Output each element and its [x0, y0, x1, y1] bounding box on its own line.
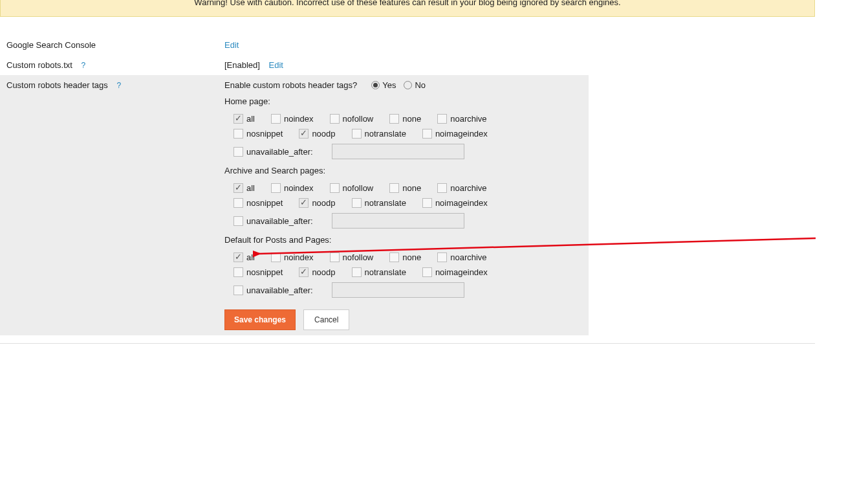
- posts-heading: Default for Posts and Pages:: [224, 235, 589, 245]
- robots-txt-edit-link[interactable]: Edit: [269, 60, 283, 70]
- lbl-home-noarchive: noarchive: [450, 114, 486, 124]
- posts-row2: nosnippet noodp notranslate noimageindex: [233, 267, 589, 277]
- lbl-archive-nofollow: nofollow: [343, 183, 374, 193]
- lbl-archive-noodp: noodp: [312, 198, 335, 208]
- chk-archive-noimageindex[interactable]: [422, 198, 432, 208]
- warning-banner: Warning! Use with caution. Incorrect use…: [0, 0, 815, 17]
- lbl-home-noimageindex: noimageindex: [435, 129, 488, 139]
- chk-archive-noodp[interactable]: [299, 198, 309, 208]
- chk-archive-all[interactable]: [233, 183, 243, 193]
- archive-heading: Archive and Search pages:: [224, 166, 589, 175]
- chk-home-none[interactable]: [389, 114, 399, 124]
- chk-posts-noarchive[interactable]: [437, 252, 447, 262]
- chk-home-unavailable[interactable]: [233, 147, 243, 157]
- chk-home-nofollow[interactable]: [330, 114, 340, 124]
- input-home-unavailable-date[interactable]: [332, 144, 464, 159]
- chk-posts-none[interactable]: [389, 252, 399, 262]
- lbl-home-noodp: noodp: [312, 129, 335, 139]
- chk-archive-none[interactable]: [389, 183, 399, 193]
- lbl-home-nosnippet: nosnippet: [246, 129, 283, 139]
- lbl-posts-notranslate: notranslate: [365, 267, 406, 277]
- lbl-archive-noimageindex: noimageindex: [435, 198, 488, 208]
- input-posts-unavailable-date[interactable]: [332, 282, 464, 298]
- row-google-search-console: Google Search Console Edit: [0, 35, 589, 55]
- radio-yes[interactable]: [371, 81, 380, 89]
- lbl-archive-notranslate: notranslate: [365, 198, 406, 208]
- chk-home-noindex[interactable]: [271, 114, 281, 124]
- lbl-posts-noodp: noodp: [312, 267, 335, 277]
- button-row: Save changes Cancel: [224, 309, 589, 330]
- home-row2: nosnippet noodp notranslate noimageindex: [233, 129, 589, 139]
- lbl-home-all: all: [246, 114, 255, 124]
- chk-posts-noodp[interactable]: [299, 267, 309, 277]
- lbl-archive-unavailable: unavailable_after:: [246, 216, 313, 226]
- lbl-home-unavailable: unavailable_after:: [246, 147, 313, 157]
- chk-posts-noimageindex[interactable]: [422, 267, 432, 277]
- lbl-archive-noarchive: noarchive: [450, 183, 486, 193]
- lbl-posts-nofollow: nofollow: [343, 252, 374, 262]
- radio-no[interactable]: [404, 81, 412, 89]
- lbl-home-none: none: [402, 114, 421, 124]
- chk-home-noarchive[interactable]: [437, 114, 447, 124]
- robots-header-label: Custom robots header tags: [6, 80, 108, 90]
- lbl-archive-all: all: [246, 183, 255, 193]
- chk-home-nosnippet[interactable]: [233, 129, 243, 139]
- enable-question-row: Enable custom robots header tags? Yes No: [224, 80, 589, 90]
- archive-row2: nosnippet noodp notranslate noimageindex: [233, 198, 589, 208]
- chk-home-notranslate[interactable]: [352, 129, 362, 139]
- gsc-edit-link[interactable]: Edit: [224, 40, 239, 50]
- radio-yes-label: Yes: [382, 80, 396, 90]
- home-heading: Home page:: [224, 96, 589, 106]
- radio-no-label: No: [415, 80, 426, 90]
- lbl-posts-unavailable: unavailable_after:: [246, 285, 313, 295]
- chk-home-noodp[interactable]: [299, 129, 309, 139]
- posts-row1: all noindex nofollow none noarchive: [233, 252, 589, 262]
- lbl-home-nofollow: nofollow: [343, 114, 374, 124]
- gsc-label: Google Search Console: [6, 40, 96, 50]
- posts-row3: unavailable_after:: [233, 282, 589, 298]
- chk-posts-noindex[interactable]: [271, 252, 281, 262]
- chk-posts-nosnippet[interactable]: [233, 267, 243, 277]
- enable-question-text: Enable custom robots header tags?: [224, 80, 357, 90]
- lbl-home-noindex: noindex: [284, 114, 314, 124]
- chk-archive-nofollow[interactable]: [330, 183, 340, 193]
- chk-posts-nofollow[interactable]: [330, 252, 340, 262]
- lbl-posts-noarchive: noarchive: [450, 252, 486, 262]
- lbl-posts-noimageindex: noimageindex: [435, 267, 488, 277]
- chk-archive-unavailable[interactable]: [233, 216, 243, 226]
- lbl-posts-none: none: [402, 252, 421, 262]
- row-custom-robots-txt: Custom robots.txt ? [Enabled] Edit: [0, 55, 589, 75]
- cancel-button[interactable]: Cancel: [303, 309, 349, 330]
- lbl-posts-all: all: [246, 252, 255, 262]
- save-button[interactable]: Save changes: [224, 309, 296, 330]
- lbl-home-notranslate: notranslate: [365, 129, 406, 139]
- robots-txt-status: [Enabled]: [224, 60, 260, 70]
- chk-posts-all[interactable]: [233, 252, 243, 262]
- lbl-archive-nosnippet: nosnippet: [246, 198, 283, 208]
- robots-txt-label: Custom robots.txt: [6, 60, 72, 70]
- chk-posts-unavailable[interactable]: [233, 285, 243, 295]
- settings-table: Google Search Console Edit Custom robots…: [0, 35, 589, 335]
- chk-archive-noarchive[interactable]: [437, 183, 447, 193]
- row-custom-robots-header: Custom robots header tags ? Enable custo…: [0, 75, 589, 335]
- chk-home-noimageindex[interactable]: [422, 129, 432, 139]
- archive-row1: all noindex nofollow none noarchive: [233, 183, 589, 193]
- archive-row3: unavailable_after:: [233, 213, 589, 229]
- bottom-divider: [0, 343, 815, 344]
- home-row1: all noindex nofollow none noarchive: [233, 114, 589, 124]
- help-icon[interactable]: ?: [81, 61, 86, 70]
- lbl-posts-noindex: noindex: [284, 252, 314, 262]
- lbl-archive-noindex: noindex: [284, 183, 314, 193]
- lbl-posts-nosnippet: nosnippet: [246, 267, 283, 277]
- chk-archive-noindex[interactable]: [271, 183, 281, 193]
- warning-text: Warning! Use with caution. Incorrect use…: [194, 0, 620, 7]
- chk-archive-nosnippet[interactable]: [233, 198, 243, 208]
- chk-home-all[interactable]: [233, 114, 243, 124]
- home-row3: unavailable_after:: [233, 144, 589, 159]
- input-archive-unavailable-date[interactable]: [332, 213, 464, 229]
- help-icon[interactable]: ?: [116, 81, 121, 90]
- chk-posts-notranslate[interactable]: [352, 267, 362, 277]
- lbl-archive-none: none: [402, 183, 421, 193]
- chk-archive-notranslate[interactable]: [352, 198, 362, 208]
